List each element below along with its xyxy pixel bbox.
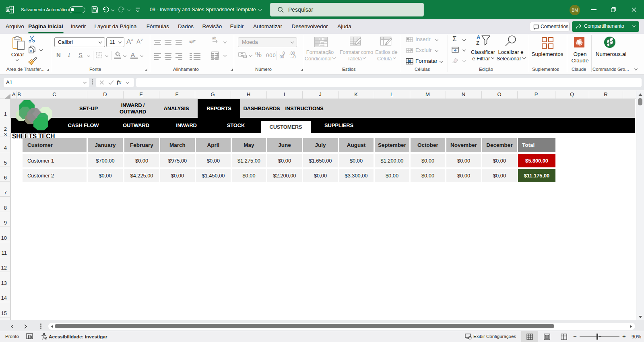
svg-text:ab: ab [212,36,216,40]
svg-text:ab: ab [189,39,194,44]
